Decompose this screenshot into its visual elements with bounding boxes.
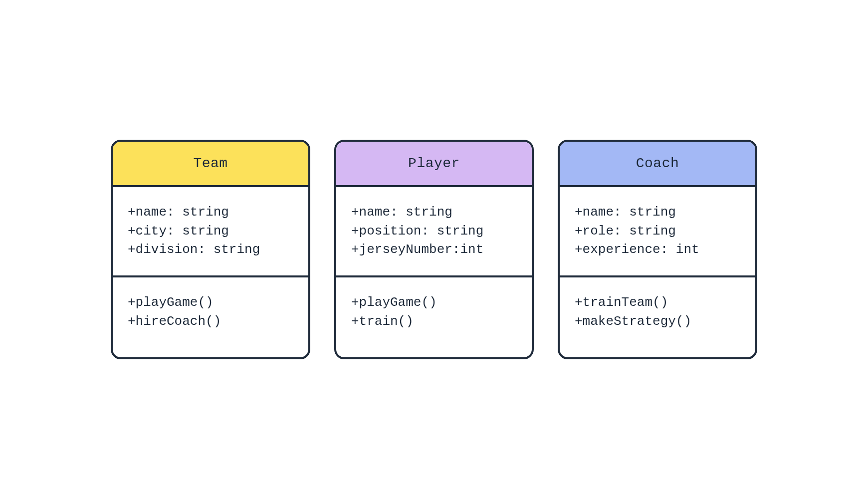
- attributes-section: +name: string +position: string +jerseyN…: [336, 187, 532, 277]
- attribute: +name: string: [128, 203, 293, 222]
- methods-section: +trainTeam() +makeStrategy(): [560, 277, 755, 357]
- class-name: Coach: [636, 156, 679, 171]
- methods-section: +playGame() +train(): [336, 277, 532, 357]
- attribute: +position: string: [351, 222, 517, 241]
- method: +makeStrategy(): [575, 312, 740, 331]
- class-header: Team: [113, 142, 308, 187]
- attribute: +name: string: [575, 203, 740, 222]
- method: +playGame(): [128, 293, 293, 312]
- class-box-player: Player +name: string +position: string +…: [334, 140, 534, 359]
- method: +train(): [351, 312, 517, 331]
- class-name: Team: [193, 156, 227, 171]
- methods-section: +playGame() +hireCoach(): [113, 277, 308, 357]
- class-header: Coach: [560, 142, 755, 187]
- method: +trainTeam(): [575, 293, 740, 312]
- class-box-coach: Coach +name: string +role: string +exper…: [558, 140, 757, 359]
- class-name: Player: [408, 156, 460, 171]
- attributes-section: +name: string +city: string +division: s…: [113, 187, 308, 277]
- attribute: +jerseyNumber:int: [351, 241, 517, 259]
- attribute: +name: string: [351, 203, 517, 222]
- method: +playGame(): [351, 293, 517, 312]
- attributes-section: +name: string +role: string +experience:…: [560, 187, 755, 277]
- attribute: +division: string: [128, 241, 293, 259]
- class-header: Player: [336, 142, 532, 187]
- uml-diagram-container: Team +name: string +city: string +divisi…: [111, 140, 757, 359]
- method: +hireCoach(): [128, 312, 293, 331]
- attribute: +role: string: [575, 222, 740, 241]
- attribute: +experience: int: [575, 241, 740, 259]
- attribute: +city: string: [128, 222, 293, 241]
- class-box-team: Team +name: string +city: string +divisi…: [111, 140, 310, 359]
